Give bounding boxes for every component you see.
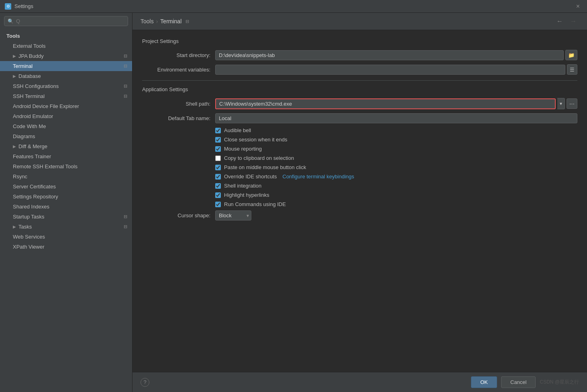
sidebar-item-label: Android Emulator bbox=[13, 113, 53, 119]
breadcrumb-tools: Tools bbox=[141, 18, 154, 24]
ok-button[interactable]: OK bbox=[471, 376, 497, 388]
help-button[interactable]: ? bbox=[141, 378, 149, 387]
dialog-title: Settings bbox=[14, 3, 33, 9]
panel-body: Project Settings Start directory: 📁 Envi… bbox=[132, 30, 587, 372]
plugin-icon: ⊟ bbox=[124, 94, 127, 99]
checkbox-audible-bell: Audible bell bbox=[142, 127, 577, 133]
sidebar-item-startup-tasks[interactable]: Startup Tasks ⊟ bbox=[0, 212, 132, 222]
shell-integration-checkbox[interactable] bbox=[215, 183, 221, 189]
checkbox-mouse-reporting: Mouse reporting bbox=[142, 146, 577, 152]
sidebar-item-label: Features Trainer bbox=[13, 153, 51, 159]
sidebar-item-label: Diff & Merge bbox=[18, 143, 47, 149]
sidebar-item-database[interactable]: ▶ Database bbox=[0, 71, 132, 81]
default-tab-input[interactable] bbox=[215, 113, 577, 123]
start-dir-browse-button[interactable]: 📁 bbox=[565, 50, 577, 60]
app-icon: ⚙ bbox=[5, 3, 11, 10]
breadcrumb-settings-icon: ⊟ bbox=[185, 19, 189, 24]
sidebar-item-external-tools[interactable]: External Tools bbox=[0, 41, 132, 51]
sidebar-item-label: External Tools bbox=[13, 43, 45, 49]
env-vars-input-group: ☰ bbox=[215, 64, 577, 75]
sidebar-item-xpath-viewer[interactable]: XPath Viewer bbox=[0, 242, 132, 252]
start-dir-label: Start directory: bbox=[142, 52, 210, 58]
sidebar: 🔍 Tools External Tools ▶ JPA Buddy ⊟ Ter… bbox=[0, 13, 132, 392]
cursor-shape-label: Cursor shape: bbox=[142, 212, 210, 218]
sidebar-item-android-emulator[interactable]: Android Emulator bbox=[0, 111, 132, 121]
env-vars-button[interactable]: ☰ bbox=[567, 64, 577, 75]
sidebar-item-web-services[interactable]: Web Services bbox=[0, 232, 132, 242]
sidebar-item-diagrams[interactable]: Diagrams bbox=[0, 131, 132, 141]
back-button[interactable]: ← bbox=[554, 17, 565, 26]
watermark-text: CSDN @星辰之行 bbox=[540, 379, 579, 386]
sidebar-item-label: SSH Terminal bbox=[13, 93, 45, 99]
sidebar-item-diff-merge[interactable]: ▶ Diff & Merge bbox=[0, 141, 132, 151]
sidebar-item-label: Startup Tasks bbox=[13, 214, 45, 220]
search-icon: 🔍 bbox=[8, 18, 14, 24]
override-ide-checkbox[interactable] bbox=[215, 174, 221, 180]
sidebar-item-rsync[interactable]: Rsync bbox=[0, 172, 132, 182]
shell-path-dropdown-button[interactable]: ▾ bbox=[557, 98, 565, 109]
highlight-hyperlinks-checkbox[interactable] bbox=[215, 192, 221, 198]
breadcrumb-separator: › bbox=[156, 18, 158, 24]
start-directory-row: Start directory: 📁 bbox=[142, 50, 577, 60]
sidebar-tree: Tools External Tools ▶ JPA Buddy ⊟ Termi… bbox=[0, 29, 132, 392]
nav-arrows: ← → bbox=[554, 17, 579, 26]
audible-bell-label: Audible bell bbox=[224, 127, 251, 133]
forward-button[interactable]: → bbox=[568, 17, 579, 26]
cursor-shape-select-wrapper: Block Underline Vertical bbox=[215, 210, 251, 220]
sidebar-item-server-certificates[interactable]: Server Certificates bbox=[0, 182, 132, 192]
run-commands-checkbox[interactable] bbox=[215, 202, 221, 207]
sidebar-item-label: Tools bbox=[6, 33, 20, 39]
sidebar-item-label: Terminal bbox=[13, 63, 33, 69]
search-box[interactable]: 🔍 bbox=[4, 16, 128, 26]
sidebar-item-terminal[interactable]: Terminal ⊟ bbox=[0, 61, 132, 71]
chevron-right-icon: ▶ bbox=[13, 225, 16, 229]
default-tab-row: Default Tab name: bbox=[142, 113, 577, 123]
sidebar-item-label: Server Certificates bbox=[13, 184, 56, 190]
shell-path-browse-button[interactable]: ⋯ bbox=[567, 98, 577, 109]
env-vars-input[interactable] bbox=[215, 65, 565, 75]
plugin-icon: ⊟ bbox=[124, 53, 127, 59]
sidebar-item-shared-indexes[interactable]: Shared Indexes bbox=[0, 202, 132, 212]
env-vars-label: Environment variables: bbox=[142, 67, 210, 73]
close-session-checkbox[interactable] bbox=[215, 137, 221, 143]
start-dir-label-text: Start directory: bbox=[176, 52, 210, 58]
sidebar-item-tools[interactable]: Tools bbox=[0, 31, 132, 41]
start-dir-input[interactable] bbox=[215, 50, 564, 60]
breadcrumb: Tools › Terminal ⊟ bbox=[141, 18, 189, 24]
shell-path-input-group: ▾ ⋯ bbox=[215, 98, 577, 109]
shell-path-label: Shell path: bbox=[142, 101, 210, 107]
sidebar-item-tasks[interactable]: ▶ Tasks ⊟ bbox=[0, 222, 132, 232]
plugin-icon: ⊟ bbox=[124, 84, 127, 89]
app-settings-title: Application Settings bbox=[142, 86, 577, 92]
search-input[interactable] bbox=[16, 18, 124, 24]
audible-bell-checkbox[interactable] bbox=[215, 128, 221, 133]
mouse-reporting-checkbox[interactable] bbox=[215, 146, 221, 152]
shell-path-input[interactable] bbox=[215, 98, 556, 109]
mouse-reporting-label: Mouse reporting bbox=[224, 146, 262, 152]
sidebar-item-remote-ssh[interactable]: Remote SSH External Tools bbox=[0, 161, 132, 172]
settings-divider bbox=[142, 80, 577, 81]
copy-clipboard-checkbox[interactable] bbox=[215, 155, 221, 161]
cursor-shape-select[interactable]: Block Underline Vertical bbox=[215, 210, 251, 220]
sidebar-item-code-with-me[interactable]: Code With Me bbox=[0, 121, 132, 131]
checkbox-override-ide: Override IDE shortcuts Configure termina… bbox=[142, 174, 577, 180]
sidebar-item-label: Remote SSH External Tools bbox=[13, 163, 77, 169]
cursor-shape-row: Cursor shape: Block Underline Vertical bbox=[142, 210, 577, 220]
configure-keybindings-link[interactable]: Configure terminal keybindings bbox=[283, 174, 354, 180]
override-ide-label: Override IDE shortcuts bbox=[224, 174, 277, 180]
chevron-right-icon: ▶ bbox=[13, 144, 16, 149]
close-button[interactable]: × bbox=[574, 2, 582, 11]
action-buttons: OK Cancel CSDN @星辰之行 bbox=[471, 376, 579, 388]
sidebar-item-label: Settings Repository bbox=[13, 194, 58, 200]
cancel-button[interactable]: Cancel bbox=[501, 376, 536, 388]
sidebar-item-jpa-buddy[interactable]: ▶ JPA Buddy ⊟ bbox=[0, 51, 132, 61]
sidebar-item-features-trainer[interactable]: Features Trainer bbox=[0, 151, 132, 161]
paste-middle-checkbox[interactable] bbox=[215, 165, 221, 170]
sidebar-item-android-device[interactable]: Android Device File Explorer bbox=[0, 101, 132, 111]
sidebar-item-ssh-terminal[interactable]: SSH Terminal ⊟ bbox=[0, 91, 132, 101]
sidebar-item-label: JPA Buddy bbox=[18, 53, 44, 59]
sidebar-item-settings-repository[interactable]: Settings Repository bbox=[0, 192, 132, 202]
sidebar-item-ssh-configurations[interactable]: SSH Configurations ⊟ bbox=[0, 81, 132, 91]
paste-middle-label: Paste on middle mouse button click bbox=[224, 164, 306, 170]
panel-header: Tools › Terminal ⊟ ← → bbox=[132, 13, 587, 30]
